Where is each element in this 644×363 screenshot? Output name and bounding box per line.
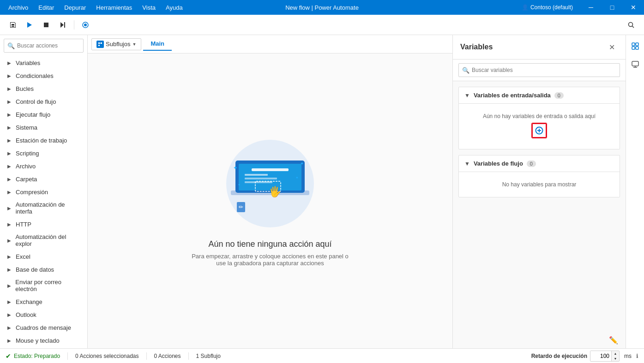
- execution-delay: Retardo de ejecución ▲ ▼ ms ℹ: [531, 351, 638, 362]
- canvas-content: 🖐 ✦ ✦ ✦ ✦ ✏ Aún no tiene ninguna acción …: [88, 54, 452, 348]
- sidebar-item-compresion[interactable]: ▶ Compresión: [0, 185, 87, 198]
- sidebar-item-cuadros-mensaje[interactable]: ▶ Cuadros de mensaje: [0, 321, 87, 334]
- search-variables-input[interactable]: [458, 63, 620, 77]
- chevron-right-icon: ▶: [6, 175, 13, 183]
- sidebar-item-label: Condicionales: [16, 72, 54, 79]
- sidebar-search-icon: 🔍: [7, 42, 15, 49]
- empty-state-title: Aún no tiene ninguna acción aquí: [208, 239, 331, 249]
- svg-rect-19: [245, 178, 277, 179]
- status-ready: ✔ Estado: Preparado: [6, 352, 60, 360]
- sidebar-item-base-datos[interactable]: ▶ Base de datos: [0, 263, 87, 276]
- sidebar-item-carpeta[interactable]: ▶ Carpeta: [0, 173, 87, 185]
- variables-close-button[interactable]: ✕: [605, 41, 618, 54]
- menu-vista[interactable]: Vista: [138, 2, 160, 13]
- sidebar-item-label: HTTP: [16, 221, 31, 228]
- svg-rect-33: [636, 43, 638, 46]
- sidebar-item-label: Automatización de interfa: [16, 201, 82, 215]
- sidebar-item-variables[interactable]: ▶ Variables: [0, 56, 87, 69]
- sidebar-item-label: Estación de trabajo: [16, 137, 67, 144]
- delay-increment-button[interactable]: ▲: [612, 351, 619, 356]
- chevron-right-icon: ▶: [6, 311, 13, 318]
- svg-rect-17: [252, 168, 289, 171]
- chevron-right-icon: ▶: [6, 98, 13, 105]
- canvas-area: Subflujos ▼ Main: [88, 35, 452, 348]
- svg-rect-9: [101, 42, 102, 44]
- sidebar-item-sistema[interactable]: ▶ Sistema: [0, 121, 87, 134]
- sidebar-item-condicionales[interactable]: ▶ Condicionales: [0, 69, 87, 82]
- sidebar-item-archivo[interactable]: ▶ Archivo: [0, 160, 87, 173]
- empty-state-illustration: 🖐 ✦ ✦ ✦ ✦ ✏: [205, 135, 335, 232]
- sidebar-item-outlook[interactable]: ▶ Outlook: [0, 308, 87, 321]
- next-button[interactable]: [55, 18, 70, 32]
- sidebar-item-exchange[interactable]: ▶ Exchange: [0, 295, 87, 308]
- menu-archivo[interactable]: Archivo: [4, 2, 33, 13]
- delay-value-input[interactable]: [590, 351, 611, 361]
- svg-rect-35: [636, 47, 638, 49]
- search-button[interactable]: [624, 18, 638, 32]
- save-button[interactable]: [6, 18, 20, 32]
- svg-point-5: [84, 24, 87, 26]
- sidebar-item-label: Cuadros de mensaje: [16, 324, 71, 331]
- svg-text:🖐: 🖐: [269, 185, 282, 198]
- svg-text:✦: ✦: [233, 165, 238, 171]
- window-controls: ─ □ ✕: [580, 0, 644, 15]
- sidebar-item-label: Bucles: [16, 85, 34, 92]
- info-icon[interactable]: ℹ: [636, 353, 638, 359]
- clear-icon[interactable]: ✏️: [609, 336, 618, 345]
- svg-text:✦: ✦: [295, 176, 299, 180]
- var-section-input-output-header[interactable]: ▼ Variables de entrada/salida 0: [459, 87, 620, 104]
- sidebar-item-http[interactable]: ▶ HTTP: [0, 218, 87, 231]
- sidebar-item-automatizacion-explorador[interactable]: ▶ Automatización del explor: [0, 231, 87, 250]
- sidebar-item-ejecutar-flujo[interactable]: ▶ Ejecutar flujo: [0, 108, 87, 121]
- ui-elements-icon[interactable]: [628, 57, 643, 72]
- stop-button[interactable]: [39, 18, 54, 32]
- account-icon: 👤: [522, 4, 529, 11]
- sidebar: 🔍 ▶ Variables ▶ Condicionales ▶ Bucles ▶…: [0, 35, 88, 348]
- maximize-button[interactable]: □: [602, 0, 623, 15]
- menu-depurar[interactable]: Depurar: [60, 2, 90, 13]
- var-section-badge: 0: [554, 92, 564, 99]
- section-chevron-icon: ▼: [464, 161, 470, 167]
- menu-editar[interactable]: Editar: [34, 2, 59, 13]
- var-section-title: Variables de entrada/salida: [474, 92, 551, 99]
- delay-unit: ms: [624, 353, 632, 359]
- svg-rect-32: [632, 43, 635, 46]
- menu-herramientas[interactable]: Herramientas: [91, 2, 137, 13]
- delay-decrement-button[interactable]: ▼: [612, 356, 619, 361]
- add-variable-button[interactable]: [532, 123, 547, 138]
- sidebar-item-control-flujo[interactable]: ▶ Control de flujo: [0, 95, 87, 108]
- search-actions-input[interactable]: [4, 39, 84, 53]
- sidebar-item-label: Variables: [16, 60, 40, 66]
- svg-rect-10: [98, 45, 100, 46]
- var-empty-text: Aún no hay variables de entrada o salida…: [466, 113, 612, 119]
- var-section-input-output-content: Aún no hay variables de entrada o salida…: [459, 104, 620, 149]
- sidebar-item-excel[interactable]: ▶ Excel: [0, 250, 87, 263]
- variables-search-icon: 🔍: [462, 67, 469, 74]
- subflows-button[interactable]: Subflujos ▼: [91, 38, 141, 50]
- chevron-right-icon: ▶: [6, 237, 12, 244]
- sidebar-item-mouse-teclado[interactable]: ▶ Mouse y teclado: [0, 334, 87, 347]
- var-section-title: Variables de flujo: [474, 160, 523, 167]
- var-section-flow: ▼ Variables de flujo 0 No hay variables …: [458, 155, 620, 197]
- chevron-right-icon: ▶: [6, 337, 13, 344]
- run-button[interactable]: [22, 18, 37, 32]
- svg-text:✦: ✦: [238, 183, 241, 186]
- variables-panel-icon[interactable]: [628, 39, 643, 54]
- tab-main[interactable]: Main: [143, 37, 172, 51]
- close-button[interactable]: ✕: [623, 0, 644, 15]
- sidebar-item-scripting[interactable]: ▶ Scripting: [0, 147, 87, 160]
- sidebar-item-label: Sistema: [16, 124, 37, 131]
- sidebar-item-estacion[interactable]: ▶ Estación de trabajo: [0, 134, 87, 147]
- sidebar-item-label: Control de flujo: [16, 98, 56, 105]
- account-info[interactable]: 👤 Contoso (default): [518, 4, 577, 11]
- sidebar-item-bucles[interactable]: ▶ Bucles: [0, 82, 87, 95]
- chevron-right-icon: ▶: [6, 162, 13, 170]
- sidebar-item-correo[interactable]: ▶ Enviar por correo electrón: [0, 276, 87, 295]
- chevron-right-icon: ▶: [6, 85, 13, 92]
- record-button[interactable]: [78, 18, 93, 32]
- var-section-flow-header[interactable]: ▼ Variables de flujo 0: [459, 155, 620, 172]
- minimize-button[interactable]: ─: [580, 0, 602, 15]
- actions-count: 0 Acciones: [154, 353, 181, 359]
- sidebar-item-automatizacion-interfaz[interactable]: ▶ Automatización de interfa: [0, 198, 87, 218]
- menu-ayuda[interactable]: Ayuda: [161, 2, 187, 13]
